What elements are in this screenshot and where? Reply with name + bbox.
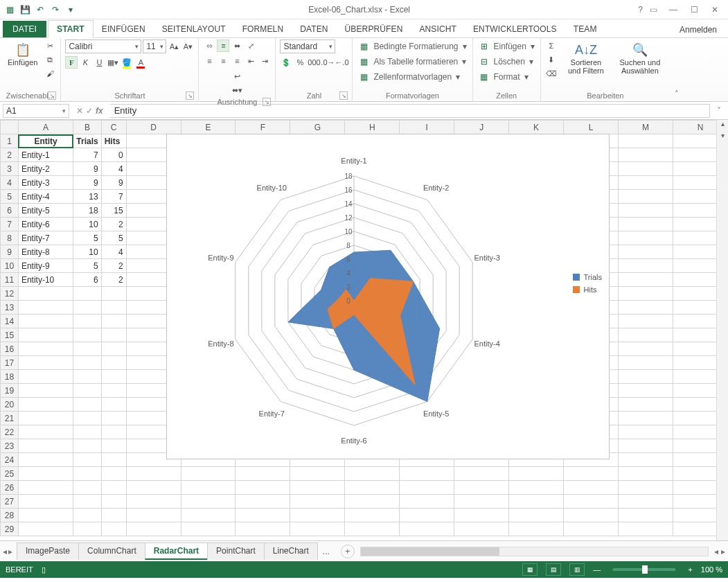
cell-M12[interactable] xyxy=(618,287,673,301)
cell-C18[interactable] xyxy=(101,370,126,384)
cell-A8[interactable]: Entity-7 xyxy=(18,231,73,245)
cell-A25[interactable] xyxy=(18,467,73,481)
legend-item-hits[interactable]: Hits xyxy=(573,285,602,294)
cell-C4[interactable]: 9 xyxy=(101,176,126,190)
cell-A1[interactable]: Entity xyxy=(18,134,73,148)
cell-C21[interactable] xyxy=(101,412,126,425)
fill-icon[interactable]: ⬇ xyxy=(545,53,558,66)
clear-icon[interactable]: ⌫ xyxy=(545,67,558,80)
help-icon[interactable]: ? xyxy=(638,5,643,15)
cell-B16[interactable] xyxy=(73,342,101,356)
col-header-L[interactable]: L xyxy=(564,121,619,134)
row-header-14[interactable]: 14 xyxy=(1,315,19,328)
cell-B1[interactable]: Trials xyxy=(73,134,101,148)
align-dialog-launcher[interactable]: ↘ xyxy=(263,98,271,106)
cell-B20[interactable] xyxy=(73,398,101,412)
cell-D25[interactable] xyxy=(126,467,181,481)
indent-dec-icon[interactable]: ⇤ xyxy=(245,55,257,67)
align-middle-icon[interactable]: ≡ xyxy=(217,39,229,52)
cell-G25[interactable] xyxy=(290,467,345,481)
row-header-13[interactable]: 13 xyxy=(1,301,19,315)
col-header-J[interactable]: J xyxy=(454,121,509,134)
view-normal-icon[interactable]: ▦ xyxy=(522,563,538,576)
cell-M28[interactable] xyxy=(618,509,673,522)
cell-B22[interactable] xyxy=(73,425,101,439)
cell-M21[interactable] xyxy=(618,412,673,425)
cell-M2[interactable] xyxy=(618,148,673,162)
row-header-9[interactable]: 9 xyxy=(1,245,19,259)
cell-A5[interactable]: Entity-4 xyxy=(18,190,73,204)
cell-B7[interactable]: 10 xyxy=(73,218,101,231)
cell-H25[interactable] xyxy=(345,467,400,481)
cell-M18[interactable] xyxy=(618,370,673,384)
row-header-29[interactable]: 29 xyxy=(1,522,19,536)
col-header-E[interactable]: E xyxy=(181,121,236,134)
cell-A3[interactable]: Entity-2 xyxy=(18,162,73,176)
formula-input[interactable]: Entity xyxy=(110,104,710,118)
cell-A18[interactable] xyxy=(18,370,73,384)
cell-B25[interactable] xyxy=(73,467,101,481)
cell-A7[interactable]: Entity-6 xyxy=(18,218,73,231)
cell-A23[interactable] xyxy=(18,439,73,453)
row-header-20[interactable]: 20 xyxy=(1,398,19,412)
row-header-2[interactable]: 2 xyxy=(1,148,19,162)
hscroll-right-icon[interactable]: ▸ xyxy=(721,547,725,556)
cell-C14[interactable] xyxy=(101,315,126,328)
cell-B26[interactable] xyxy=(73,481,101,495)
cell-C27[interactable] xyxy=(101,495,126,509)
col-header-F[interactable]: F xyxy=(236,121,290,134)
sheet-tab-columnchart[interactable]: ColumnChart xyxy=(78,543,145,560)
number-dialog-launcher[interactable]: ↘ xyxy=(339,91,348,100)
row-header-25[interactable]: 25 xyxy=(1,467,19,481)
tab-file[interactable]: DATEI xyxy=(3,21,46,37)
sheet-tab-linechart[interactable]: LineChart xyxy=(264,543,318,560)
cell-A19[interactable] xyxy=(18,384,73,398)
cell-F27[interactable] xyxy=(236,495,290,509)
cell-K25[interactable] xyxy=(509,467,564,481)
cell-C1[interactable]: Hits xyxy=(101,134,126,148)
cell-F26[interactable] xyxy=(236,481,290,495)
find-select-button[interactable]: 🔍Suchen und Auswählen xyxy=(614,39,666,77)
cell-C11[interactable]: 2 xyxy=(101,273,126,287)
cell-C8[interactable]: 5 xyxy=(101,231,126,245)
cell-M3[interactable] xyxy=(618,162,673,176)
cell-M26[interactable] xyxy=(618,481,673,495)
col-header-C[interactable]: C xyxy=(101,121,126,134)
cell-B21[interactable] xyxy=(73,412,101,425)
cell-A27[interactable] xyxy=(18,495,73,509)
align-right-icon[interactable]: ≡ xyxy=(231,55,243,67)
tab-data[interactable]: DATEN xyxy=(292,21,336,37)
cell-M1[interactable] xyxy=(618,134,673,148)
cell-I29[interactable] xyxy=(400,522,454,536)
row-header-27[interactable]: 27 xyxy=(1,495,19,509)
cell-A24[interactable] xyxy=(18,453,73,467)
col-header-I[interactable]: I xyxy=(400,121,454,134)
cell-M22[interactable] xyxy=(618,425,673,439)
cell-B11[interactable]: 6 xyxy=(73,273,101,287)
cell-A13[interactable] xyxy=(18,301,73,315)
col-header-D[interactable]: D xyxy=(126,121,181,134)
currency-icon[interactable]: 💲 xyxy=(280,56,292,69)
undo-icon[interactable]: ↶ xyxy=(35,4,46,15)
cell-L25[interactable] xyxy=(564,467,619,481)
cell-J26[interactable] xyxy=(454,481,509,495)
autosum-icon[interactable]: Σ xyxy=(545,39,558,52)
cut-icon[interactable]: ✂ xyxy=(44,39,56,52)
new-sheet-button[interactable]: + xyxy=(341,545,355,558)
cell-C28[interactable] xyxy=(101,509,126,522)
cell-B13[interactable] xyxy=(73,301,101,315)
cell-G29[interactable] xyxy=(290,522,345,536)
cell-L28[interactable] xyxy=(564,509,619,522)
sheet-nav-next-icon[interactable]: ▸ xyxy=(8,547,12,556)
row-header-18[interactable]: 18 xyxy=(1,370,19,384)
cell-E26[interactable] xyxy=(181,481,236,495)
sort-filter-button[interactable]: A↓ZSortieren und Filtern xyxy=(560,39,612,77)
indent-inc-icon[interactable]: ⇥ xyxy=(258,55,271,67)
font-dialog-launcher[interactable]: ↘ xyxy=(186,91,194,100)
cell-A29[interactable] xyxy=(18,522,73,536)
format-as-table-button[interactable]: ▦Als Tabelle formatieren ▾ xyxy=(357,55,468,69)
shrink-font-icon[interactable]: A▾ xyxy=(181,40,194,53)
minimize-button[interactable]: — xyxy=(664,5,682,15)
cell-A12[interactable] xyxy=(18,287,73,301)
col-header-A[interactable]: A xyxy=(18,121,73,134)
